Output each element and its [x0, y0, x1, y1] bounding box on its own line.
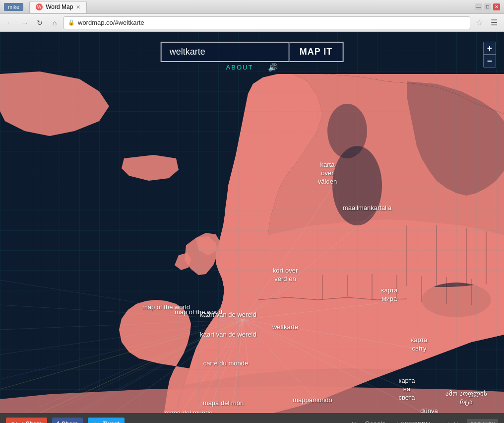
tab-favicon: W — [36, 3, 43, 10]
map-it-button[interactable]: MAP IT — [290, 42, 344, 62]
gplus-icon: g+ — [11, 421, 18, 423]
home-button[interactable]: ⌂ — [49, 17, 61, 29]
maximize-button[interactable]: □ — [484, 3, 491, 10]
navigation-bar: ← → ↻ ⌂ 🔒 wordmap.co/#weltkarte ☆ ☰ — [0, 14, 504, 32]
bottom-bar: g+ + Share f Share 🐦 Tweet powered by Go… — [0, 413, 504, 423]
reload-button[interactable]: ↻ — [34, 17, 46, 29]
controls-bar: ABOUT 🔊 — [226, 63, 278, 72]
powered-by-text: powered by Google and WIKIPEDIA created … — [332, 420, 498, 423]
facebook-share-button[interactable]: f Share — [52, 418, 83, 423]
gplus-label: + Share — [20, 421, 42, 423]
word-search-input[interactable] — [161, 42, 290, 62]
created-by-label: created by — [437, 421, 462, 423]
tw-label: Tweet — [103, 421, 119, 423]
address-url: wordmap.co/#weltkarte — [78, 19, 144, 26]
zoom-in-button[interactable]: + — [483, 42, 496, 55]
sound-icon[interactable]: 🔊 — [268, 63, 278, 72]
address-lock-icon: 🔒 — [68, 19, 75, 26]
wikipedia-logo: WIKIPEDIA — [401, 421, 431, 423]
powered-by-label: powered by — [332, 421, 360, 423]
browser-tab[interactable]: W Word Map ✕ — [29, 1, 87, 13]
search-overlay: MAP IT — [161, 42, 344, 62]
fb-label: Share — [62, 421, 78, 423]
bookmark-button[interactable]: ☆ — [473, 17, 485, 29]
address-bar[interactable]: 🔒 wordmap.co/#weltkarte — [63, 16, 470, 29]
map-container[interactable]: MAP IT ABOUT 🔊 + − karta över väldenmaai… — [0, 32, 504, 413]
easyway-logo: easyway — [467, 419, 498, 423]
fb-icon: f — [57, 421, 59, 423]
zoom-out-button[interactable]: − — [483, 55, 496, 68]
twitter-share-button[interactable]: 🐦 Tweet — [88, 418, 124, 423]
minimize-button[interactable]: — — [475, 3, 482, 10]
and-label: and — [387, 421, 399, 423]
about-link[interactable]: ABOUT — [226, 64, 253, 71]
tw-icon: 🐦 — [93, 421, 100, 423]
google-logo: Google — [365, 420, 385, 423]
svg-point-1 — [332, 146, 382, 225]
tab-close-button[interactable]: ✕ — [76, 4, 80, 10]
close-button[interactable]: ✕ — [493, 3, 500, 10]
forward-button[interactable]: → — [19, 17, 31, 29]
title-bar: mike W Word Map ✕ — □ ✕ — [0, 0, 504, 14]
user-label: mike — [4, 3, 23, 11]
tab-title: Word Map — [46, 3, 73, 10]
back-button[interactable]: ← — [4, 17, 16, 29]
zoom-controls: + − — [483, 42, 496, 68]
map-svg — [0, 32, 504, 413]
title-bar-left: mike W Word Map ✕ — [4, 1, 87, 13]
svg-point-2 — [327, 104, 367, 158]
window-controls: — □ ✕ — [475, 3, 500, 10]
google-plus-share-button[interactable]: g+ + Share — [6, 418, 47, 423]
menu-button[interactable]: ☰ — [488, 17, 500, 29]
